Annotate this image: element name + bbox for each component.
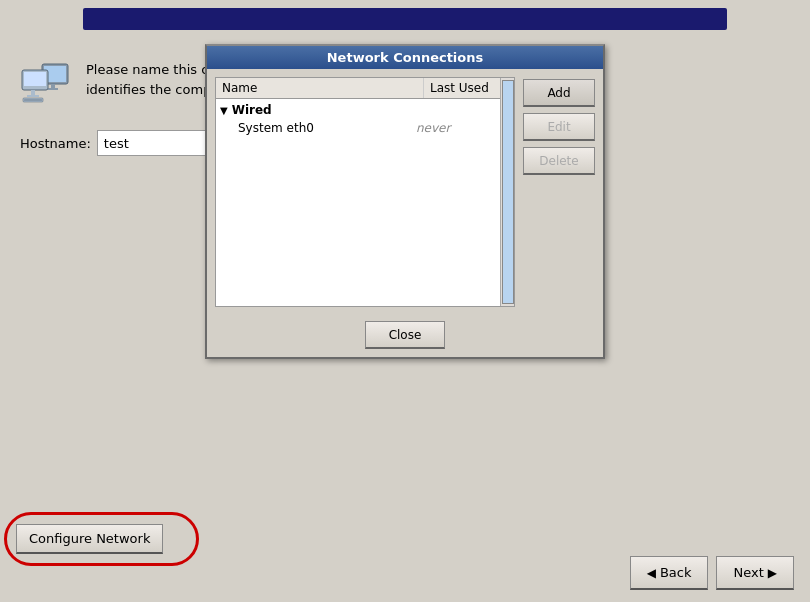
list-header: Name Last Used <box>216 78 514 99</box>
svg-rect-6 <box>31 90 35 95</box>
category-label: Wired <box>232 103 272 117</box>
top-banner <box>83 8 727 30</box>
back-label: Back <box>660 565 692 580</box>
delete-button[interactable]: Delete <box>523 147 595 175</box>
configure-network-button[interactable]: Configure Network <box>16 524 163 554</box>
add-button[interactable]: Add <box>523 79 595 107</box>
svg-rect-9 <box>24 99 42 101</box>
dialog-body: Name Last Used ▼ Wired System eth0 never… <box>207 69 603 315</box>
category-arrow: ▼ <box>220 105 228 116</box>
svg-rect-3 <box>48 88 58 90</box>
next-button[interactable]: Next ▶ <box>716 556 794 590</box>
table-row[interactable]: System eth0 never <box>216 119 500 137</box>
scrollbar[interactable] <box>500 78 514 306</box>
connections-list: Name Last Used ▼ Wired System eth0 never <box>215 77 515 307</box>
bottom-navigation: ◀ Back Next ▶ <box>630 556 794 590</box>
column-name: Name <box>216 78 424 98</box>
dialog-title: Network Connections <box>207 46 603 69</box>
next-arrow-icon: ▶ <box>768 566 777 580</box>
edit-button[interactable]: Edit <box>523 113 595 141</box>
dialog-bottom: Close <box>207 315 603 357</box>
back-arrow-icon: ◀ <box>647 566 656 580</box>
connection-name: System eth0 <box>238 121 416 135</box>
svg-rect-2 <box>51 84 55 88</box>
close-button[interactable]: Close <box>365 321 445 349</box>
bottom-left: Configure Network <box>16 524 163 554</box>
svg-rect-7 <box>27 95 39 97</box>
back-button[interactable]: ◀ Back <box>630 556 709 590</box>
category-wired[interactable]: ▼ Wired <box>216 101 500 119</box>
dialog-action-buttons: Add Edit Delete <box>523 77 595 307</box>
hostname-label: Hostname: <box>20 136 91 151</box>
scrollbar-track <box>502 80 514 304</box>
network-connections-dialog: Network Connections Name Last Used ▼ Wir… <box>205 44 605 359</box>
next-label: Next <box>733 565 763 580</box>
connection-lastused: never <box>416 121 496 135</box>
computer-icon <box>20 56 72 108</box>
list-content: ▼ Wired System eth0 never <box>216 99 500 139</box>
svg-rect-5 <box>24 72 46 86</box>
